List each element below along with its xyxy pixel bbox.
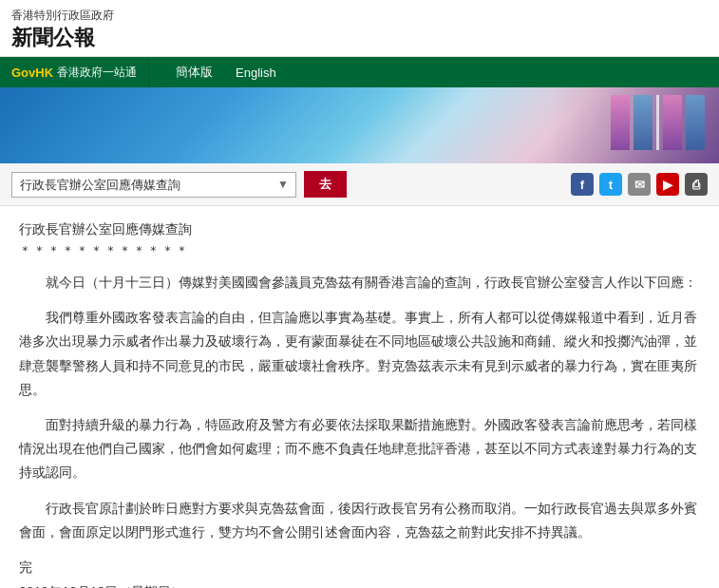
dept-dropdown-wrapper: 行政長官辦公室回應傳媒查詢 ▼ — [11, 172, 296, 198]
nav-bar: GovHK 香港政府一站通 簡体版 English — [0, 57, 719, 87]
banner-divider — [656, 95, 659, 150]
banner-stripe-4 — [686, 95, 705, 150]
nav-link-english[interactable]: English — [224, 57, 288, 87]
govhk-text: 香港政府一站通 — [57, 65, 137, 81]
banner-stripe-1 — [611, 95, 630, 150]
article-body: 就今日（十月十三日）傳媒對美國國會參議員克魯茲有關香港言論的查詢，行政長官辦公室… — [19, 271, 700, 544]
gov-subtitle: 香港特別行政區政府 — [11, 8, 708, 24]
go-button[interactable]: 去 — [304, 171, 347, 198]
nav-link-simplified[interactable]: 簡体版 — [164, 57, 224, 87]
dept-select[interactable]: 行政長官辦公室回應傳媒查詢 — [11, 172, 296, 198]
banner-decoration — [611, 95, 705, 150]
govhk-nav-item[interactable]: GovHK 香港政府一站通 — [0, 57, 149, 87]
social-icons-group: f t ✉ ▶ ⎙ — [571, 173, 708, 196]
article-date: 2019年10月13日（星期日） — [19, 584, 700, 588]
article-footer: 完 2019年10月13日（星期日） 香港時間18時35分 — [19, 560, 700, 588]
article-paragraph-2: 我們尊重外國政客發表言論的自由，但言論應以事實為基礎。事實上，所有人都可以從傳媒… — [19, 306, 700, 402]
email-icon[interactable]: ✉ — [628, 173, 651, 196]
article-paragraph-3: 面對持續升級的暴力行為，特區政府及警方有必要依法採取果斷措施應對。外國政客發表言… — [19, 413, 700, 485]
banner-image — [0, 87, 719, 163]
toolbar: 行政長官辦公室回應傳媒查詢 ▼ 去 f t ✉ ▶ ⎙ — [0, 163, 719, 206]
nav-links: 簡体版 English — [149, 57, 288, 87]
article-paragraph-1: 就今日（十月十三日）傳媒對美國國會參議員克魯茲有關香港言論的查詢，行政長官辦公室… — [19, 271, 700, 294]
twitter-icon[interactable]: t — [599, 173, 622, 196]
banner-stripe-3 — [663, 95, 682, 150]
youtube-icon[interactable]: ▶ — [656, 173, 679, 196]
article-paragraph-4: 行政長官原計劃於昨日應對方要求與克魯茲會面，後因行政長官另有公務而取消。一如行政… — [19, 497, 700, 544]
content-area: 行政長官辦公室回應傳媒查詢 ＊＊＊＊＊＊＊＊＊＊＊＊ 就今日（十月十三日）傳媒對… — [0, 206, 719, 588]
page-header: 香港特別行政區政府 新聞公報 — [0, 0, 719, 57]
govhk-label: GovHK — [11, 66, 53, 80]
facebook-icon[interactable]: f — [571, 173, 594, 196]
article-end-mark: 完 — [19, 560, 700, 577]
divider-stars: ＊＊＊＊＊＊＊＊＊＊＊＊ — [19, 242, 700, 259]
print-icon[interactable]: ⎙ — [685, 173, 708, 196]
article-section-title: 行政長官辦公室回應傳媒查詢 — [19, 221, 700, 238]
gov-title: 新聞公報 — [11, 24, 708, 52]
banner-stripe-2 — [634, 95, 653, 150]
